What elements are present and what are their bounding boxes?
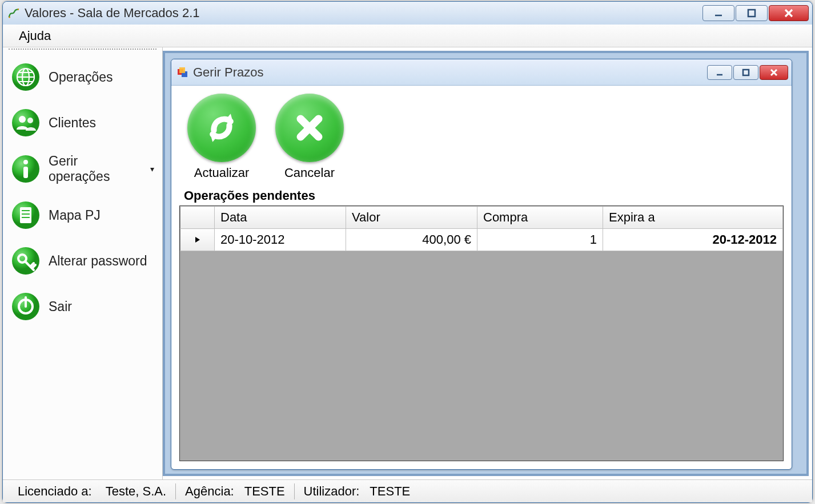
maximize-button[interactable] — [736, 5, 768, 21]
inner-maximize-button[interactable] — [733, 65, 758, 80]
minimize-button[interactable] — [702, 5, 734, 21]
power-icon — [11, 292, 41, 321]
section-label-pending: Operações pendentes — [184, 188, 784, 203]
inner-window-gerir-prazos: Gerir Prazos — [171, 59, 792, 470]
document-icon — [11, 200, 41, 230]
cell-expira[interactable]: 20-12-2012 — [603, 229, 783, 251]
svg-rect-16 — [23, 167, 28, 178]
status-user: Utilizador: TESTE — [295, 484, 420, 499]
menubar: Ajuda — [3, 25, 812, 47]
cell-compra[interactable]: 1 — [477, 229, 603, 251]
sidebar-item-clientes[interactable]: Clientes — [3, 100, 162, 146]
svg-rect-31 — [743, 70, 749, 75]
cancel-label: Cancelar — [273, 166, 346, 180]
svg-rect-29 — [179, 67, 185, 73]
inner-titlebar[interactable]: Gerir Prazos — [171, 59, 792, 86]
chevron-down-icon: ▾ — [150, 164, 154, 174]
main-titlebar[interactable]: Valores - Sala de Mercados 2.1 — [3, 2, 812, 25]
sidebar-item-label: Mapa PJ — [49, 208, 101, 223]
mdi-workspace: Gerir Prazos — [163, 51, 809, 476]
grid-corner — [180, 207, 215, 229]
pending-operations-grid[interactable]: Data Valor Compra Expira a — [179, 205, 784, 461]
svg-point-15 — [23, 160, 28, 164]
key-icon — [11, 246, 41, 276]
refresh-label: Actualizar — [185, 166, 258, 180]
sidebar-item-label: Operações — [49, 70, 113, 85]
inner-window-title: Gerir Prazos — [193, 65, 707, 80]
form-icon — [177, 67, 188, 78]
refresh-button[interactable]: Actualizar — [185, 94, 258, 180]
statusbar: Licenciado a: Teste, S.A. Agência: TESTE… — [3, 479, 812, 502]
grid-header-expira[interactable]: Expira a — [603, 207, 783, 229]
sidebar-item-alterar-password[interactable]: Alterar password — [3, 238, 162, 284]
inner-close-button[interactable] — [760, 65, 788, 80]
svg-point-11 — [12, 109, 39, 136]
globe-icon — [11, 62, 41, 92]
cell-valor[interactable]: 400,00 € — [346, 229, 477, 251]
users-icon — [11, 108, 41, 138]
status-license: Licenciado a: Teste, S.A. — [9, 484, 175, 499]
status-user-value: TESTE — [370, 484, 410, 498]
svg-point-0 — [9, 17, 10, 18]
sidebar-item-label: Sair — [49, 299, 72, 315]
grid-row[interactable]: 20-10-2012 400,00 € 1 20-12-2012 — [180, 229, 783, 251]
status-agency: Agência: TESTE — [176, 484, 294, 499]
status-license-label: Licenciado a: — [18, 484, 92, 498]
toolbar: Actualizar Cancelar — [179, 90, 784, 185]
grid-header-valor[interactable]: Valor — [346, 207, 477, 229]
grid-row-indicator — [180, 229, 215, 251]
menu-item-help[interactable]: Ajuda — [19, 29, 51, 43]
svg-rect-18 — [20, 207, 31, 223]
sidebar-item-label: Gerir operações — [49, 154, 142, 184]
status-agency-value: TESTE — [244, 484, 285, 498]
cancel-icon — [275, 94, 344, 162]
grid-header-compra[interactable]: Compra — [477, 207, 603, 229]
status-agency-label: Agência: — [185, 484, 234, 498]
sidebar: Operações Clientes — [3, 47, 163, 479]
status-user-label: Utilizador: — [304, 484, 360, 498]
sidebar-item-label: Alterar password — [49, 253, 147, 269]
svg-point-13 — [27, 118, 33, 123]
close-button[interactable] — [769, 5, 809, 21]
sidebar-item-sair[interactable]: Sair — [3, 284, 162, 329]
grid-header-row: Data Valor Compra Expira a — [180, 207, 783, 229]
svg-rect-2 — [748, 10, 755, 17]
main-window: Valores - Sala de Mercados 2.1 Ajuda — [2, 1, 813, 503]
window-buttons — [702, 5, 809, 21]
body: Operações Clientes — [3, 47, 812, 479]
inner-window-buttons — [707, 65, 788, 80]
status-license-value: Teste, S.A. — [106, 484, 166, 498]
inner-body: Actualizar Cancelar Ope — [171, 86, 792, 469]
window-title: Valores - Sala de Mercados 2.1 — [25, 6, 702, 21]
sidebar-separator — [9, 49, 156, 50]
svg-point-12 — [19, 116, 26, 123]
info-icon — [11, 154, 41, 184]
sidebar-item-gerir-operacoes[interactable]: Gerir operações ▾ — [3, 146, 162, 192]
refresh-icon — [187, 94, 256, 162]
inner-minimize-button[interactable] — [707, 65, 732, 80]
app-icon — [7, 7, 20, 19]
sidebar-item-mapa-pj[interactable]: Mapa PJ — [3, 192, 162, 238]
cancel-button[interactable]: Cancelar — [273, 94, 346, 180]
sidebar-item-operacoes[interactable]: Operações — [3, 54, 162, 100]
grid-header-data[interactable]: Data — [215, 207, 346, 229]
sidebar-item-label: Clientes — [49, 115, 96, 131]
cell-data[interactable]: 20-10-2012 — [215, 229, 346, 251]
